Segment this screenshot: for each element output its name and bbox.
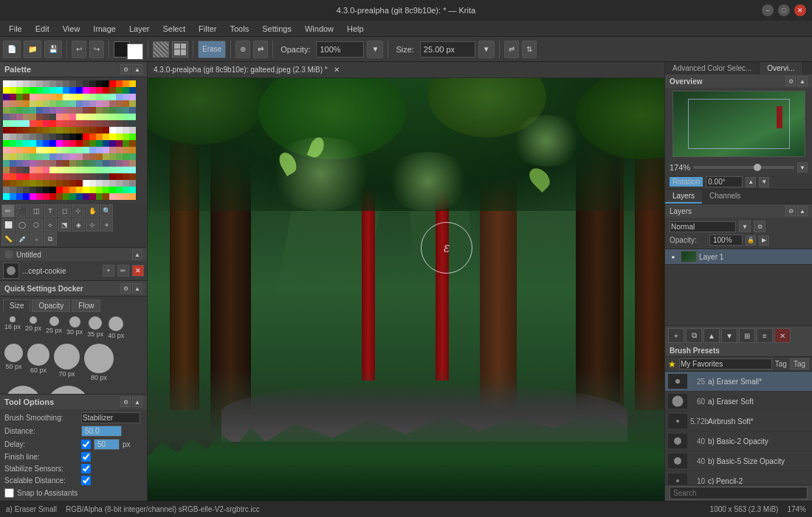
swatch-154[interactable] xyxy=(96,127,103,133)
swatch-271[interactable] xyxy=(76,167,83,173)
select-freehand-tool[interactable]: ⟡ xyxy=(44,218,57,232)
swatch-60[interactable] xyxy=(3,100,10,107)
swatch-200[interactable] xyxy=(3,147,10,153)
measure-tool[interactable]: 📏 xyxy=(1,232,15,246)
pan-tool[interactable]: ✋ xyxy=(86,204,99,218)
background-color[interactable] xyxy=(127,44,143,60)
swatch-67[interactable] xyxy=(49,100,56,107)
swatch-11[interactable] xyxy=(76,80,83,87)
clone-tool[interactable]: ⧉ xyxy=(44,232,57,246)
swatch-324[interactable] xyxy=(30,187,36,193)
swatch-89[interactable] xyxy=(63,107,69,114)
grid-selector[interactable] xyxy=(172,41,188,58)
swatch-169[interactable] xyxy=(63,133,69,140)
brush-preview[interactable] xyxy=(3,263,19,279)
swatch-40[interactable] xyxy=(3,94,10,100)
opacity-down[interactable]: ▼ xyxy=(367,41,383,58)
swatch-277[interactable] xyxy=(116,167,123,173)
menu-item-help[interactable]: Help xyxy=(341,23,370,35)
swatch-37[interactable] xyxy=(116,87,123,94)
swatch-2[interactable] xyxy=(16,80,23,87)
swatch-98[interactable] xyxy=(123,107,129,114)
swatch-337[interactable] xyxy=(116,187,123,193)
swatch-44[interactable] xyxy=(30,94,36,100)
swatch-245[interactable] xyxy=(36,160,43,167)
rotation-down[interactable]: ▼ xyxy=(759,177,769,187)
finish-line-checkbox[interactable] xyxy=(81,452,91,462)
swatch-146[interactable] xyxy=(43,127,49,133)
swatch-140[interactable] xyxy=(3,127,10,133)
swatch-77[interactable] xyxy=(116,100,123,107)
layers-filter[interactable]: ▼ xyxy=(739,221,751,232)
swatch-329[interactable] xyxy=(63,187,69,193)
swatch-184[interactable] xyxy=(30,140,36,147)
swatch-260[interactable] xyxy=(3,167,10,173)
bp-favorites-select[interactable]: My Favorites xyxy=(679,358,772,369)
menu-item-window[interactable]: Window xyxy=(299,23,340,35)
to-collapse-button[interactable]: ▲ xyxy=(132,397,142,407)
swatch-251[interactable] xyxy=(76,160,83,167)
swatch-92[interactable] xyxy=(83,107,89,114)
swatch-36[interactable] xyxy=(109,87,116,94)
brush-size-4[interactable]: 35 px xyxy=(87,316,103,339)
swatch-307[interactable] xyxy=(49,180,56,187)
swatch-279[interactable] xyxy=(129,167,136,173)
swatch-182[interactable] xyxy=(16,140,23,147)
swatch-22[interactable] xyxy=(16,87,23,94)
swatch-244[interactable] xyxy=(30,160,36,167)
size-down[interactable]: ▼ xyxy=(478,41,495,58)
swatch-351[interactable] xyxy=(76,193,83,200)
swatch-256[interactable] xyxy=(109,160,116,167)
swatch-282[interactable] xyxy=(16,173,23,180)
swatch-153[interactable] xyxy=(89,127,96,133)
delay-checkbox[interactable] xyxy=(81,440,91,449)
swatch-129[interactable] xyxy=(63,120,69,127)
swatch-172[interactable] xyxy=(83,133,89,140)
qs-tab-opacity[interactable]: Opacity xyxy=(32,299,70,312)
swatch-330[interactable] xyxy=(69,187,76,193)
swatch-185[interactable] xyxy=(36,140,43,147)
swatch-113[interactable] xyxy=(89,114,96,120)
swatch-1[interactable] xyxy=(10,80,16,87)
swatch-315[interactable] xyxy=(103,180,109,187)
gradient-tool[interactable]: ◫ xyxy=(30,204,43,218)
swatch-116[interactable] xyxy=(109,114,116,120)
swatch-249[interactable] xyxy=(63,160,69,167)
pattern-selector[interactable] xyxy=(153,41,169,58)
swatch-178[interactable] xyxy=(123,133,129,140)
brush-size-11[interactable]: 120 px xyxy=(46,386,90,394)
swatch-355[interactable] xyxy=(103,193,109,200)
swatch-79[interactable] xyxy=(129,100,136,107)
swatch-124[interactable] xyxy=(30,120,36,127)
swatch-194[interactable] xyxy=(96,140,103,147)
swatch-285[interactable] xyxy=(36,173,43,180)
swatch-339[interactable] xyxy=(129,187,136,193)
swatch-246[interactable] xyxy=(43,160,49,167)
swatch-301[interactable] xyxy=(10,180,16,187)
swatch-134[interactable] xyxy=(96,120,103,127)
swatch-189[interactable] xyxy=(63,140,69,147)
swatch-300[interactable] xyxy=(3,180,10,187)
swatch-234[interactable] xyxy=(96,153,103,160)
layer-visibility-1[interactable]: ● xyxy=(668,251,678,262)
swatch-43[interactable] xyxy=(23,94,30,100)
swatch-38[interactable] xyxy=(123,87,129,94)
swatch-93[interactable] xyxy=(89,107,96,114)
swatch-258[interactable] xyxy=(123,160,129,167)
swatch-131[interactable] xyxy=(76,120,83,127)
transform-tool[interactable]: ⌖ xyxy=(100,218,113,232)
swatch-213[interactable] xyxy=(89,147,96,153)
swatch-152[interactable] xyxy=(83,127,89,133)
swatch-132[interactable] xyxy=(83,120,89,127)
swatch-139[interactable] xyxy=(129,120,136,127)
swatch-68[interactable] xyxy=(56,100,63,107)
swatch-291[interactable] xyxy=(76,173,83,180)
swatch-8[interactable] xyxy=(56,80,63,87)
qs-tab-flow[interactable]: Flow xyxy=(72,299,100,312)
erase-button[interactable]: Erase xyxy=(198,41,226,58)
swatch-136[interactable] xyxy=(109,120,116,127)
swatch-248[interactable] xyxy=(56,160,63,167)
opacity-lock[interactable]: 🔒 xyxy=(746,235,756,246)
swatch-102[interactable] xyxy=(16,114,23,120)
brush-size-1[interactable]: 20 px xyxy=(25,316,41,339)
